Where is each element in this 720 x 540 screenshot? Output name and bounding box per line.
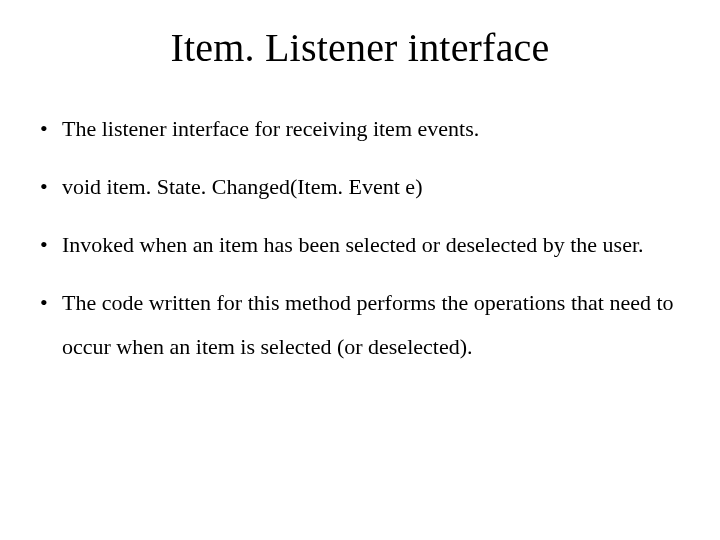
list-item: The code written for this method perform… — [36, 281, 690, 369]
bullet-text: The listener interface for receiving ite… — [62, 116, 479, 141]
bullet-text: The code written for this method perform… — [62, 290, 674, 359]
slide-title: Item. Listener interface — [30, 24, 690, 71]
bullet-list: The listener interface for receiving ite… — [36, 107, 690, 369]
list-item: void item. State. Changed(Item. Event e) — [36, 165, 690, 209]
bullet-text: void item. State. Changed(Item. Event e) — [62, 174, 422, 199]
slide: Item. Listener interface The listener in… — [0, 0, 720, 540]
list-item: The listener interface for receiving ite… — [36, 107, 690, 151]
bullet-text: Invoked when an item has been selected o… — [62, 232, 644, 257]
list-item: Invoked when an item has been selected o… — [36, 223, 690, 267]
